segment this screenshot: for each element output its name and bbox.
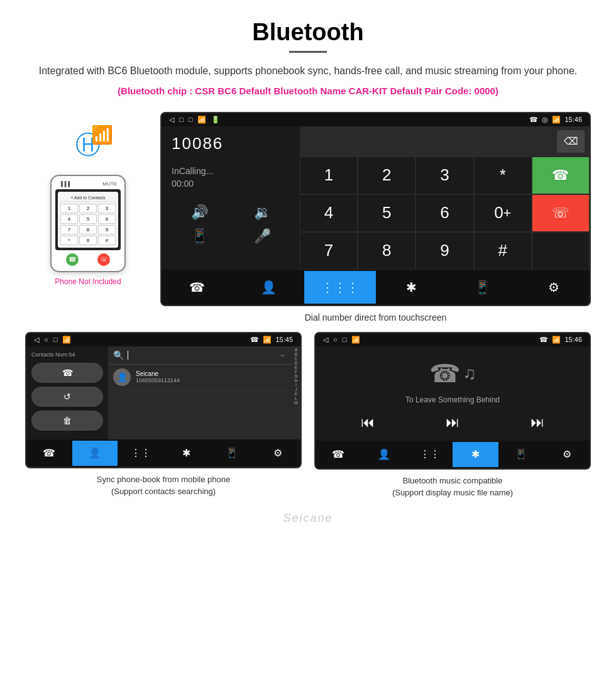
dialer-calling-label: InCalling...	[172, 166, 290, 176]
back-icon[interactable]: ◁	[169, 116, 174, 124]
phone-call-button[interactable]: ☎	[66, 253, 79, 266]
alpha-k[interactable]: K	[295, 392, 298, 396]
nav-contacts[interactable]: 👤	[233, 271, 305, 304]
key-5[interactable]: 5	[358, 194, 415, 232]
dialer-controls: 🔊 🔉 📱 🎤	[172, 204, 290, 245]
m-nav-dialpad[interactable]: ⋮⋮	[407, 442, 453, 467]
call-button[interactable]: ☎	[532, 157, 590, 194]
key-star[interactable]: *	[474, 157, 532, 194]
key-0plus[interactable]: 0+	[474, 194, 532, 232]
recents-icon[interactable]: □	[189, 116, 193, 123]
c-home-icon[interactable]: ○	[44, 336, 48, 343]
transfer-icon[interactable]: 📱	[172, 228, 227, 245]
alpha-e[interactable]: E	[295, 365, 298, 370]
signal-waves-icon: 📶	[91, 124, 113, 145]
c-nav-phone[interactable]: ☎	[26, 441, 72, 466]
contacts-call-btn[interactable]: ☎	[31, 363, 103, 383]
m-nav-transfer[interactable]: 📱	[498, 442, 544, 467]
nav-settings[interactable]: ⚙	[519, 271, 590, 304]
m-nav-phone[interactable]: ☎	[316, 442, 361, 467]
m-nav-settings[interactable]: ⚙	[544, 442, 590, 467]
key-3[interactable]: 3	[415, 157, 473, 194]
hangup-button[interactable]: ☏	[532, 194, 590, 232]
main-screen-section: ◁ □ □ 📶 🔋 ☎ ◎ 📶 15:46 10086 I	[160, 112, 591, 332]
key-0[interactable]: 0	[79, 236, 97, 245]
key-4[interactable]: 4	[60, 214, 78, 224]
key-hash[interactable]: #	[474, 232, 532, 270]
contacts-search-bar[interactable]: 🔍 ←	[108, 346, 292, 365]
phone-label: MUTE	[102, 181, 117, 187]
dialer-input-field[interactable]	[305, 130, 557, 153]
key-9[interactable]: 9	[98, 225, 116, 234]
key-1[interactable]: 1	[60, 204, 78, 213]
mic-icon[interactable]: 🎤	[234, 228, 290, 245]
next-track-button[interactable]: ⏭	[531, 414, 544, 431]
alpha-b[interactable]: B	[295, 352, 298, 356]
c-wifi-icon: 📶	[263, 336, 272, 344]
alpha-i[interactable]: I	[295, 383, 297, 387]
c-nav-transfer[interactable]: 📱	[209, 441, 255, 466]
c-nav-settings[interactable]: ⚙	[255, 441, 300, 466]
alpha-g[interactable]: G	[294, 374, 297, 378]
key-5[interactable]: 5	[79, 214, 97, 224]
alpha-a[interactable]: A	[295, 348, 298, 352]
alpha-h[interactable]: H	[294, 378, 297, 383]
music-status-left: ◁ ○ □ 📶	[323, 336, 360, 344]
contacts-count: Contacts Num:54	[31, 351, 103, 358]
m-back-icon[interactable]: ◁	[323, 336, 328, 344]
prev-track-button[interactable]: ⏮	[361, 414, 375, 431]
contacts-status-bar: ◁ ○ □ 📶 ☎ 📶 15:45	[26, 333, 300, 346]
nav-dialpad[interactable]: ⋮⋮⋮	[304, 271, 376, 304]
key-2[interactable]: 2	[358, 157, 415, 194]
c-nav-contacts[interactable]: 👤	[72, 441, 118, 466]
play-pause-button[interactable]: ⏭	[446, 414, 459, 431]
key-7[interactable]: 7	[60, 225, 78, 234]
key-hash[interactable]: #	[98, 236, 116, 245]
alpha-j[interactable]: J	[295, 387, 297, 392]
key-star[interactable]: *	[60, 236, 78, 245]
key-7[interactable]: 7	[300, 232, 358, 270]
m-recents-icon[interactable]: □	[343, 336, 347, 343]
keypad-grid: 1 2 3 * ☎ 4 5 6 0+ ☏ 7 8 9 #	[300, 157, 590, 270]
dialer-timer: 00:00	[172, 179, 290, 189]
music-icon-area: ☎ ♫	[429, 359, 476, 388]
c-nav-bluetooth[interactable]: ✱	[163, 441, 209, 466]
c-sim-icon: 📶	[62, 336, 71, 344]
music-body: ☎ ♫ To Leave Something Behind ⏮ ⏭ ⏭	[316, 346, 590, 441]
nav-transfer2[interactable]: 📱	[447, 271, 519, 304]
key-6[interactable]: 6	[98, 214, 116, 224]
phone-hangup-button[interactable]: ☏	[97, 253, 110, 266]
alpha-f[interactable]: F	[295, 370, 297, 374]
volume-up-icon[interactable]: 🔊	[172, 204, 227, 221]
key-9[interactable]: 9	[415, 232, 473, 270]
c-recents-icon[interactable]: □	[53, 336, 58, 343]
key-4[interactable]: 4	[300, 194, 358, 232]
m-nav-bluetooth[interactable]: ✱	[453, 442, 498, 467]
nav-bluetooth[interactable]: ✱	[376, 271, 448, 304]
contacts-delete-btn[interactable]: 🗑	[31, 411, 103, 431]
nav-phone-transfer[interactable]: ☎	[162, 271, 233, 304]
volume-down-icon[interactable]: 🔉	[234, 204, 290, 221]
alpha-m[interactable]: M	[294, 400, 298, 405]
m-home-icon[interactable]: ○	[333, 336, 338, 343]
alpha-c[interactable]: C	[294, 356, 297, 361]
alpha-d[interactable]: D	[294, 361, 297, 365]
phone-screen: + Add to Contacts 1 2 3 4 5 6 7 8 9 * 0 …	[55, 189, 121, 250]
backspace-button[interactable]: ⌫	[557, 130, 585, 153]
m-nav-contacts[interactable]: 👤	[361, 442, 407, 467]
contact-list-item[interactable]: 👤 Seicane 10655059113144	[108, 365, 292, 390]
key-8[interactable]: 8	[358, 232, 415, 270]
c-nav-dialpad[interactable]: ⋮⋮	[118, 441, 163, 466]
c-back-icon[interactable]: ◁	[34, 336, 39, 344]
alpha-l[interactable]: L	[295, 396, 297, 400]
m-phone-icon: ☎	[539, 336, 548, 344]
music-controls: ⏮ ⏭ ⏭	[326, 414, 580, 431]
home-icon[interactable]: □	[179, 116, 184, 123]
key-6[interactable]: 6	[415, 194, 473, 232]
phone-bottom-bar: ☎ ☏	[55, 250, 121, 267]
key-3[interactable]: 3	[98, 204, 116, 213]
contacts-sync-btn[interactable]: ↺	[31, 387, 103, 407]
key-8[interactable]: 8	[79, 225, 97, 234]
key-1[interactable]: 1	[300, 157, 358, 194]
key-2[interactable]: 2	[79, 204, 97, 213]
